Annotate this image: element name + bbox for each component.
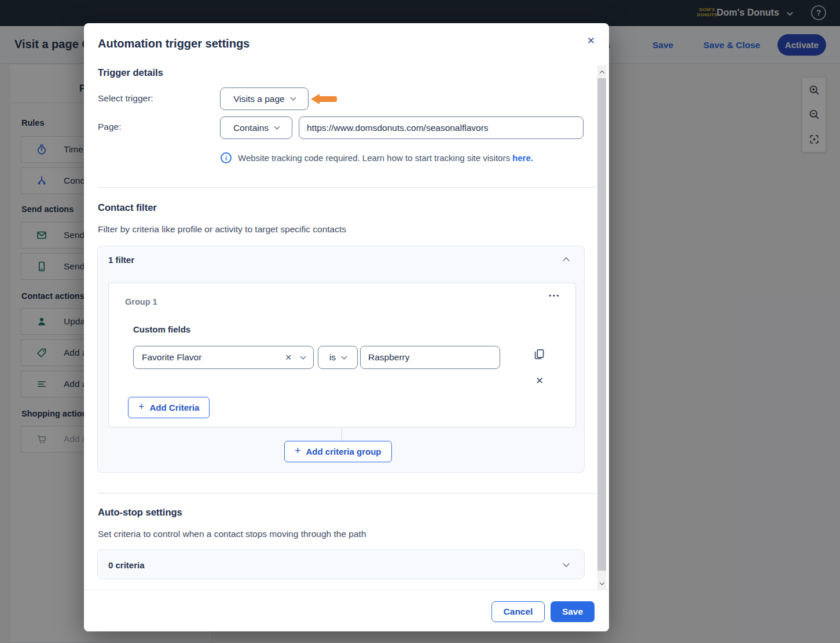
app-screen: DOM'S DONUTS Dom's Donuts ? Visit a page… (0, 0, 840, 643)
chevron-down-icon (300, 353, 306, 359)
scrollbar-down-button[interactable] (597, 577, 606, 590)
tracking-info-row: i Website tracking code required. Learn … (221, 152, 533, 163)
criteria-field-select[interactable]: Favorite Flavor ✕ (133, 346, 314, 369)
chevron-up-icon (599, 70, 604, 75)
contact-filter-heading: Contact filter (98, 202, 157, 213)
criteria-value-input[interactable] (360, 346, 500, 369)
filter-accordion-header[interactable]: 1 filter (98, 246, 584, 273)
info-text-body: Website tracking code required. Learn ho… (238, 153, 510, 163)
modal-title: Automation trigger settings (98, 37, 250, 50)
scrollbar-thumb[interactable] (597, 78, 606, 571)
tracking-info-text: Website tracking code required. Learn ho… (238, 152, 533, 163)
filter-accordion: 1 filter Group 1 ••• Custom fields Favor… (97, 246, 585, 473)
duplicate-criteria-button[interactable] (533, 348, 545, 362)
annotation-arrow (311, 94, 337, 104)
modal-scrollbar[interactable] (597, 65, 606, 590)
trigger-details-heading: Trigger details (98, 67, 163, 78)
select-trigger-label: Select trigger: (98, 93, 153, 104)
add-criteria-group-label: Add criteria group (306, 447, 382, 456)
info-glyph: i (225, 155, 227, 162)
section-divider (98, 187, 597, 188)
auto-stop-description: Set criteria to control when a contact s… (98, 529, 366, 539)
scrollbar-up-button[interactable] (597, 65, 606, 78)
more-options-icon[interactable]: ••• (549, 293, 560, 299)
modal-footer: Cancel Save (84, 590, 609, 631)
chevron-down-icon (563, 560, 569, 567)
page-label: Page: (98, 122, 122, 132)
chevron-down-icon (274, 124, 280, 130)
cancel-button[interactable]: Cancel (491, 601, 545, 622)
chevron-down-icon (342, 353, 347, 359)
section-divider (98, 493, 597, 494)
criteria-count-label: 0 criteria (108, 560, 145, 570)
chevron-down-icon (290, 95, 296, 101)
copy-icon (533, 348, 545, 360)
page-url-input[interactable] (299, 116, 584, 139)
plus-icon: + (295, 445, 301, 457)
contact-filter-description: Filter by criteria like profile or activ… (98, 224, 346, 235)
trigger-type-value: Visits a page (233, 94, 284, 104)
filter-count-label: 1 filter (108, 255, 134, 265)
group-connector-line (342, 428, 342, 441)
criteria-category-label: Custom fields (133, 324, 190, 334)
criteria-operator-value: is (329, 352, 336, 363)
info-icon: i (221, 152, 232, 163)
chevron-down-icon (599, 580, 604, 585)
add-criteria-group-button[interactable]: + Add criteria group (284, 441, 392, 462)
remove-criteria-button[interactable]: ✕ (535, 375, 544, 387)
arrow-shaft (319, 96, 337, 102)
trigger-type-select[interactable]: Visits a page (220, 87, 309, 110)
here-link[interactable]: here. (512, 153, 533, 163)
auto-stop-heading: Auto-stop settings (98, 507, 182, 518)
auto-stop-accordion-header[interactable]: 0 criteria (98, 550, 584, 580)
url-match-select[interactable]: Contains (220, 116, 292, 139)
auto-stop-accordion: 0 criteria (97, 549, 585, 579)
plus-icon: + (138, 401, 145, 413)
add-criteria-button[interactable]: + Add Criteria (128, 397, 210, 418)
criteria-operator-select[interactable]: is (318, 346, 358, 369)
add-criteria-label: Add Criteria (150, 403, 200, 412)
save-button[interactable]: Save (551, 601, 595, 622)
chevron-up-icon (563, 257, 569, 264)
criteria-field-value: Favorite Flavor (142, 352, 285, 363)
criteria-group-card: Group 1 ••• Custom fields Favorite Flavo… (108, 283, 576, 428)
automation-trigger-settings-modal: Automation trigger settings ✕ Trigger de… (84, 23, 609, 631)
url-match-value: Contains (233, 123, 269, 133)
clear-field-icon[interactable]: ✕ (285, 353, 292, 362)
close-icon[interactable]: ✕ (587, 35, 595, 47)
group-label: Group 1 (125, 297, 157, 306)
arrow-head (311, 94, 320, 104)
